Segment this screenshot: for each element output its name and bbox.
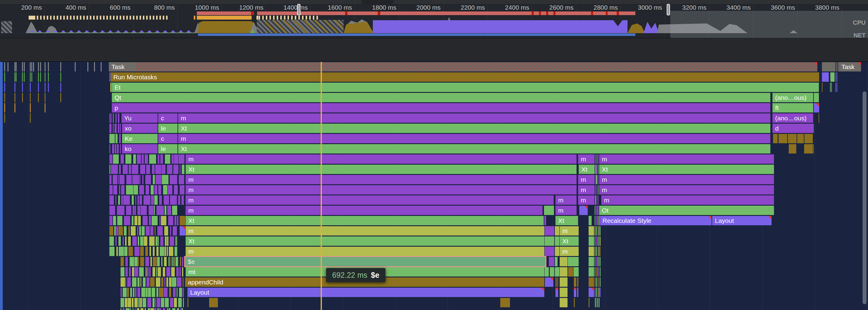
flame-bar[interactable]	[170, 298, 173, 307]
flame-bar-m[interactable]: m	[186, 206, 542, 215]
flame-bar[interactable]	[133, 206, 134, 215]
flame-bar[interactable]	[170, 257, 172, 266]
flame-bar[interactable]	[111, 165, 118, 174]
flame-bar[interactable]	[598, 247, 599, 256]
flame-bar[interactable]	[836, 62, 837, 72]
flame-bar[interactable]	[175, 247, 177, 256]
flame-bar[interactable]	[598, 298, 599, 307]
flame-bar[interactable]	[150, 308, 154, 310]
flame-bar[interactable]	[176, 257, 178, 266]
flame-bar[interactable]	[150, 257, 152, 266]
flame-bar[interactable]	[158, 236, 159, 246]
flame-bar[interactable]	[152, 165, 155, 174]
flame-bar[interactable]	[596, 277, 597, 287]
flame-bar[interactable]	[175, 216, 176, 225]
flame-bar[interactable]	[154, 195, 158, 205]
flame-bar[interactable]	[177, 308, 179, 310]
flame-bar[interactable]	[830, 83, 831, 92]
flame-bar[interactable]	[177, 288, 178, 297]
flame-bar[interactable]	[110, 195, 114, 205]
flame-bar[interactable]	[595, 216, 595, 225]
flame-bar[interactable]	[154, 206, 155, 215]
flame-bar[interactable]	[600, 226, 601, 235]
flame-bar[interactable]	[138, 298, 140, 307]
flame-bar-xt[interactable]: Xt	[186, 216, 544, 225]
flame-bar-xt[interactable]: Xt	[178, 144, 770, 153]
flame-bar-m[interactable]: m	[186, 247, 544, 256]
flame-bar[interactable]	[130, 257, 134, 266]
flame-bar[interactable]	[121, 298, 124, 307]
flame-bar[interactable]	[110, 206, 115, 215]
flame-bar[interactable]	[182, 257, 183, 266]
flame-bar[interactable]	[595, 195, 596, 205]
flame-bar[interactable]	[555, 277, 557, 287]
flame-bar-xt[interactable]: Xt	[560, 236, 579, 246]
flame-bar[interactable]	[174, 154, 179, 164]
flame-bar[interactable]	[123, 236, 124, 246]
flame-bar-le[interactable]: le	[158, 124, 178, 133]
flame-bar[interactable]	[778, 134, 787, 143]
flame-bar[interactable]	[167, 236, 168, 246]
flame-bar-xt[interactable]: Xt	[178, 124, 770, 133]
flame-bar-d[interactable]: d	[772, 124, 814, 133]
flame-bar[interactable]	[147, 277, 150, 287]
flame-bar[interactable]	[116, 236, 117, 246]
flame-bar-et[interactable]: Et	[112, 83, 819, 92]
flame-bar[interactable]	[132, 298, 133, 307]
flame-bar[interactable]	[132, 165, 138, 174]
flame-bar[interactable]	[124, 216, 130, 225]
flame-bar[interactable]	[140, 195, 142, 205]
flame-bar[interactable]	[149, 267, 151, 277]
flame-bar[interactable]	[121, 154, 124, 164]
flame-bar[interactable]	[589, 257, 594, 266]
flame-bar[interactable]	[595, 267, 595, 277]
flame-bar[interactable]	[120, 144, 121, 153]
flame-bar[interactable]	[161, 277, 163, 287]
flame-bar[interactable]	[125, 298, 127, 307]
flame-bar[interactable]	[597, 154, 597, 164]
flame-bar[interactable]	[130, 308, 131, 310]
flame-bar[interactable]	[164, 257, 167, 266]
flame-bar[interactable]	[141, 277, 141, 287]
flame-bar[interactable]	[598, 195, 598, 205]
flame-bar-yu[interactable]: Yu	[121, 113, 158, 123]
flame-bar[interactable]	[140, 165, 145, 174]
flame-bar[interactable]	[153, 247, 155, 256]
flame-bar[interactable]	[151, 185, 154, 195]
flame-bar[interactable]	[822, 73, 829, 82]
flame-bar[interactable]	[149, 216, 151, 225]
flame-bar[interactable]	[164, 277, 165, 287]
flame-bar[interactable]	[589, 277, 594, 287]
flame-bar[interactable]	[595, 288, 595, 297]
flame-bar[interactable]	[143, 277, 146, 287]
flame-bar-m[interactable]: m	[599, 175, 774, 184]
flame-bar[interactable]	[156, 247, 158, 256]
flame-bar[interactable]	[545, 247, 554, 256]
flame-bar[interactable]	[110, 236, 114, 246]
flame-bar[interactable]	[545, 226, 554, 235]
flame-bar[interactable]	[596, 216, 597, 225]
flame-bar[interactable]	[133, 308, 133, 310]
flame-bar[interactable]	[117, 216, 122, 225]
flame-bar[interactable]	[595, 298, 596, 307]
flame-bar[interactable]	[121, 288, 122, 297]
flame-bar[interactable]	[143, 216, 148, 225]
flame-bar[interactable]	[154, 185, 157, 195]
flame-bar[interactable]	[600, 257, 601, 266]
flame-bar[interactable]	[110, 165, 110, 174]
flame-bar[interactable]	[164, 195, 169, 205]
flame-bar[interactable]	[143, 298, 146, 307]
flame-bar[interactable]	[150, 277, 155, 287]
flame-bar[interactable]	[600, 267, 601, 277]
flame-bar[interactable]	[126, 308, 130, 310]
flame-bar[interactable]	[176, 236, 177, 246]
flame-bar[interactable]	[140, 257, 144, 266]
flame-bar-ft[interactable]: ft	[772, 103, 813, 112]
flame-bar[interactable]	[140, 236, 144, 246]
flame-bar[interactable]	[598, 236, 599, 246]
flame-bar[interactable]	[145, 247, 148, 256]
flame-bar[interactable]	[146, 165, 150, 174]
flame-bar[interactable]	[141, 206, 147, 215]
flame-bar[interactable]	[170, 226, 171, 235]
flame-bar[interactable]	[835, 73, 836, 82]
